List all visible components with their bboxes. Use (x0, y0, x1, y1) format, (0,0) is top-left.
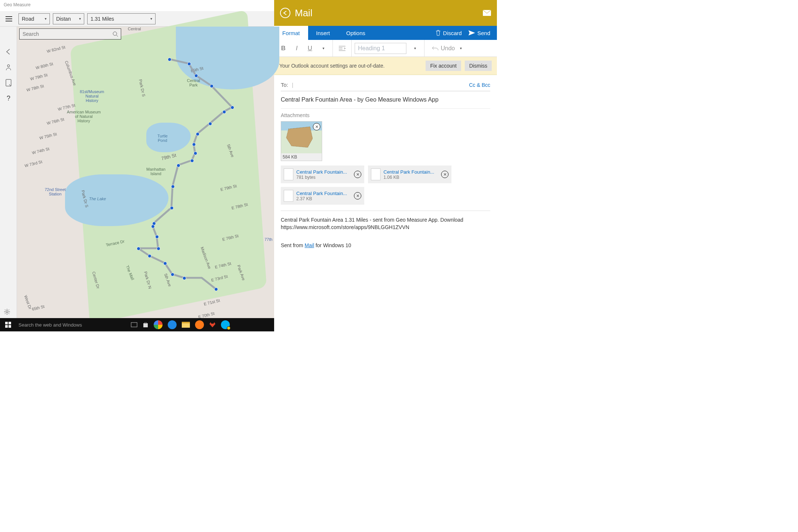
search-icon (113, 31, 118, 37)
mail-title: Mail (295, 7, 313, 19)
search-input[interactable] (19, 28, 121, 40)
attachment-chip[interactable]: Central Park Fountain... 1.06 KB ✕ (368, 166, 451, 183)
svg-rect-10 (143, 323, 148, 327)
email-body[interactable]: Central Park Fountain Area 1.31 Miles - … (281, 211, 490, 249)
map-type-value: Road (22, 16, 34, 22)
svg-point-0 (7, 65, 10, 67)
svg-rect-9 (131, 323, 137, 327)
device-icon[interactable] (2, 76, 15, 89)
person-pin-icon[interactable] (2, 61, 15, 74)
warning-text: Your Outlook account settings are out-of… (279, 63, 385, 69)
to-label: To: (281, 82, 288, 88)
tab-options[interactable]: Options (338, 26, 374, 40)
compose-area: To: | Cc & Bcc Central Park Fountain Are… (274, 75, 497, 331)
subject-field[interactable]: Central Park Fountain Area - by Geo Meas… (281, 91, 490, 109)
trash-icon (436, 30, 441, 36)
to-field[interactable] (293, 82, 469, 88)
mail-ribbon-tabs: Format Insert Options Discard Send (274, 26, 497, 40)
edge-icon[interactable] (168, 320, 177, 329)
undo-button[interactable]: Undo ▾ (427, 45, 466, 52)
svg-rect-7 (5, 325, 8, 328)
hamburger-icon[interactable] (2, 12, 16, 25)
format-toolbar: B I U ▾ Heading 1 ▾ Undo ▾ (274, 40, 497, 57)
file-icon (284, 168, 293, 180)
chevron-down-icon: ▾ (79, 17, 81, 21)
tab-insert[interactable]: Insert (308, 26, 338, 40)
map-canvas[interactable]: Central Park 81st/Museum Natural History… (17, 27, 274, 331)
taskbar-search[interactable]: Search the web and Windows (16, 322, 127, 328)
discard-button[interactable]: Discard (436, 30, 462, 36)
search-field[interactable] (23, 31, 113, 37)
style-more-icon[interactable]: ▾ (409, 42, 421, 55)
file-icon (371, 168, 381, 180)
measure-value: 1.31 Miles (91, 16, 114, 22)
back-icon[interactable] (280, 8, 290, 18)
back-icon[interactable] (2, 45, 15, 58)
firefox-icon[interactable] (195, 320, 204, 329)
underline-button[interactable]: U (304, 42, 316, 55)
svg-rect-8 (8, 325, 11, 328)
warning-bar: Your Outlook account settings are out-of… (274, 57, 497, 75)
remove-attachment-icon[interactable]: ✕ (313, 123, 320, 130)
indent-icon[interactable] (336, 42, 348, 55)
mail-envelope-icon[interactable] (483, 10, 491, 16)
remove-attachment-icon[interactable]: ✕ (354, 192, 361, 200)
geo-measure-window: Geo Measure Road ▾ Distan ▾ 1.31 Miles ▾ (0, 0, 274, 331)
send-icon (468, 30, 475, 35)
geo-sidebar: ? (0, 27, 17, 331)
send-button[interactable]: Send (468, 30, 490, 36)
svg-marker-14 (286, 127, 313, 147)
gitlab-icon[interactable] (209, 321, 216, 328)
fix-account-button[interactable]: Fix account (426, 61, 461, 71)
dismiss-button[interactable]: Dismiss (465, 61, 492, 71)
thumb-size: 584 KB (281, 153, 322, 161)
font-more-icon[interactable]: ▾ (317, 42, 330, 55)
svg-rect-5 (5, 322, 8, 324)
task-view-icon[interactable] (131, 322, 137, 327)
skype-icon[interactable] (221, 320, 230, 329)
svg-point-4 (6, 311, 8, 313)
measure-mode-value: Distan (56, 16, 71, 22)
attachments-label: Attachments (281, 112, 490, 118)
svg-rect-6 (8, 322, 11, 324)
cc-bcc-link[interactable]: Cc & Bcc (469, 82, 490, 88)
store-icon[interactable] (143, 322, 149, 328)
help-icon[interactable]: ? (2, 92, 15, 105)
taskbar-tray (127, 320, 233, 329)
chevron-down-icon: ▾ (150, 17, 152, 21)
italic-button[interactable]: I (290, 42, 303, 55)
chevron-down-icon: ▾ (460, 46, 462, 50)
remove-attachment-icon[interactable]: ✕ (354, 171, 361, 178)
chevron-down-icon: ▾ (45, 17, 47, 21)
measure-value-dropdown[interactable]: 1.31 Miles ▾ (87, 13, 156, 24)
windows-taskbar[interactable]: Search the web and Windows (0, 318, 274, 331)
measure-mode-dropdown[interactable]: Distan ▾ (53, 13, 84, 24)
chrome-icon[interactable] (154, 320, 163, 329)
settings-icon[interactable] (4, 308, 10, 315)
attachment-chip[interactable]: Central Park Fountain... 2.37 KB ✕ (281, 187, 364, 205)
svg-point-3 (113, 32, 117, 35)
undo-icon (432, 46, 439, 51)
geo-title: Geo Measure (0, 0, 274, 11)
mail-window: Mail Format Insert Options Discard Send (274, 0, 497, 331)
mail-titlebar: Mail (274, 0, 497, 26)
start-button[interactable] (0, 322, 16, 328)
attachment-thumbnail[interactable]: ✕ 584 KB (281, 121, 322, 161)
svg-rect-1 (6, 79, 11, 86)
file-icon (284, 190, 293, 202)
remove-attachment-icon[interactable]: ✕ (441, 171, 449, 178)
map-type-dropdown[interactable]: Road ▾ (18, 13, 50, 24)
attachment-chip[interactable]: Central Park Fountain... 781 bytes ✕ (281, 166, 364, 183)
svg-text:?: ? (7, 95, 10, 102)
mail-app-link[interactable]: Mail (305, 242, 314, 248)
style-dropdown[interactable]: Heading 1 (355, 43, 406, 54)
file-explorer-icon[interactable] (182, 322, 190, 328)
map-area[interactable]: Central Park 81st/Museum Natural History… (17, 27, 274, 331)
